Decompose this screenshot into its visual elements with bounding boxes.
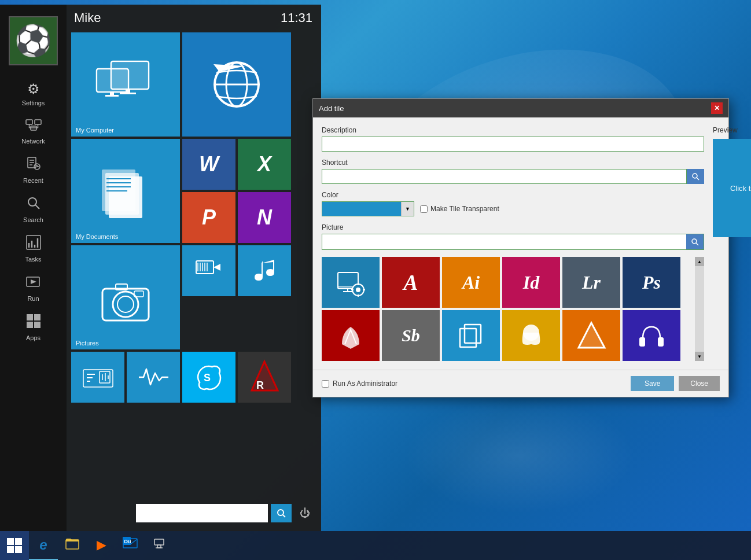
search-label: Search	[23, 216, 43, 223]
icon-cell-acrobat[interactable]: A	[382, 257, 440, 308]
transparent-label: Make Tile Transparent	[430, 205, 499, 213]
taskbar-item-media[interactable]: ▶	[87, 531, 116, 560]
icon-cell-indesign[interactable]: Id	[502, 257, 560, 308]
svg-rect-24	[27, 322, 33, 328]
search-input[interactable]	[136, 504, 268, 522]
tile-row-1: My Computer	[71, 32, 316, 137]
tile-powerpoint[interactable]: P	[182, 192, 235, 243]
picture-browse-button[interactable]	[686, 234, 704, 249]
search-button[interactable]	[271, 504, 292, 522]
preview-click-text: Click to select a Picture	[730, 184, 751, 193]
sidebar-item-run[interactable]: Run	[0, 267, 67, 307]
preview-box[interactable]: Click to select a Picture	[713, 139, 751, 237]
sidebar-item-network[interactable]: Network	[0, 111, 67, 149]
tile-onenote[interactable]: N	[238, 192, 291, 243]
sidebar-item-settings[interactable]: ⚙ Settings	[0, 74, 67, 111]
apps-label: Apps	[26, 334, 41, 341]
sidebar-item-recent[interactable]: Recent	[0, 149, 67, 189]
tile-internet-explorer[interactable]	[182, 32, 291, 137]
svg-rect-1	[35, 120, 41, 124]
start-button[interactable]	[0, 531, 29, 560]
icon-cell-artrage[interactable]	[562, 310, 620, 361]
user-avatar[interactable]: ⚽	[9, 16, 58, 65]
network-icon	[25, 118, 42, 135]
svg-text:R: R	[256, 380, 264, 391]
tile-revo[interactable]: R	[238, 352, 291, 403]
svg-rect-92	[15, 546, 22, 553]
sidebar: ⚽ ⚙ Settings	[0, 5, 67, 531]
sidebar-item-tasks[interactable]: Tasks	[0, 228, 67, 267]
svg-rect-89	[7, 538, 14, 545]
user-name: Mike	[71, 10, 101, 25]
svg-rect-87	[639, 337, 645, 347]
color-dropdown-arrow[interactable]: ▼	[401, 202, 414, 216]
svg-rect-29	[120, 93, 136, 94]
icon-cell-copy[interactable]	[442, 310, 500, 361]
picture-input[interactable]	[322, 234, 686, 249]
tile-my-computer[interactable]: My Computer	[71, 32, 180, 137]
svg-rect-22	[27, 314, 33, 320]
svg-point-13	[28, 198, 36, 206]
tasks-icon	[26, 235, 41, 253]
tile-health[interactable]	[127, 352, 180, 403]
save-button[interactable]: Save	[631, 376, 674, 391]
sidebar-item-search[interactable]: Search	[0, 189, 67, 228]
scroll-down-button[interactable]: ▼	[695, 352, 704, 361]
taskbar-item-outlook[interactable]: Ou	[116, 531, 145, 560]
svg-rect-0	[26, 120, 32, 124]
tile-excel[interactable]: X	[238, 139, 291, 190]
icon-cell-photoshop[interactable]: Ps	[623, 257, 680, 308]
svg-marker-86	[579, 323, 605, 348]
svg-point-77	[356, 288, 360, 292]
add-tile-dialog: Add tile ✕ Description Shortcu	[312, 98, 729, 397]
icon-cell-lightroom[interactable]: Lr	[562, 257, 620, 308]
svg-rect-33	[105, 95, 119, 97]
power-button[interactable]: ⏻	[294, 504, 315, 522]
taskbar-item-ie[interactable]: e	[29, 531, 58, 560]
shortcut-browse-button[interactable]	[687, 169, 704, 184]
tile-word[interactable]: W	[182, 139, 235, 190]
tile-my-documents[interactable]: My Documents	[71, 139, 180, 243]
shortcut-input[interactable]	[322, 169, 687, 184]
dialog-buttons: Save Close	[631, 376, 720, 391]
taskbar-item-explorer[interactable]	[58, 531, 87, 560]
icon-grid-container: A Ai Id	[322, 257, 704, 361]
icon-cell-acrobat2[interactable]	[322, 310, 380, 361]
icon-cell-soundbooth[interactable]: Sb	[382, 310, 440, 361]
apps-icon	[26, 314, 41, 332]
icon-cell-headphones[interactable]	[623, 310, 680, 361]
tile-clock[interactable]	[71, 352, 124, 403]
dialog-close-button[interactable]: ✕	[711, 102, 723, 114]
shortcut-label: Shortcut	[322, 159, 704, 167]
icon-cell-illustrator[interactable]: Ai	[442, 257, 500, 308]
svg-line-71	[696, 243, 698, 245]
recent-label: Recent	[23, 177, 43, 184]
description-input[interactable]	[322, 137, 704, 152]
tile-row-3: Pictures	[71, 245, 316, 349]
taskbar-item-network[interactable]	[145, 531, 174, 560]
tile-video[interactable]	[182, 245, 235, 296]
icon-cell-settings[interactable]	[322, 257, 380, 308]
settings-icon: ⚙	[27, 81, 40, 97]
color-group: Color ▼ Make Tile Transparent	[322, 191, 704, 216]
close-button[interactable]: Close	[679, 376, 720, 391]
tile-skype[interactable]: S	[182, 352, 235, 403]
dialog-right: Preview Click to select a Picture	[713, 126, 751, 361]
picture-input-wrapper	[322, 234, 704, 250]
icon-cell-snapchat[interactable]	[502, 310, 560, 361]
search-bar: ⏻	[136, 504, 315, 522]
run-as-admin-text: Run As Administrator	[333, 380, 397, 388]
tile-music[interactable]	[238, 245, 291, 296]
sidebar-item-apps[interactable]: Apps	[0, 307, 67, 346]
svg-rect-23	[34, 314, 41, 320]
tile-my-computer-label: My Computer	[76, 127, 114, 134]
transparent-checkbox[interactable]	[420, 205, 428, 213]
scroll-up-button[interactable]: ▲	[695, 257, 704, 266]
tile-pictures[interactable]: Pictures	[71, 245, 180, 349]
svg-rect-91	[7, 546, 14, 553]
preview-label: Preview	[713, 126, 751, 134]
tiles-grid: My Computer	[71, 32, 316, 403]
color-swatch	[322, 202, 401, 216]
run-as-admin-checkbox[interactable]	[322, 380, 329, 388]
tiles-area: Mike 11:31	[67, 5, 321, 531]
